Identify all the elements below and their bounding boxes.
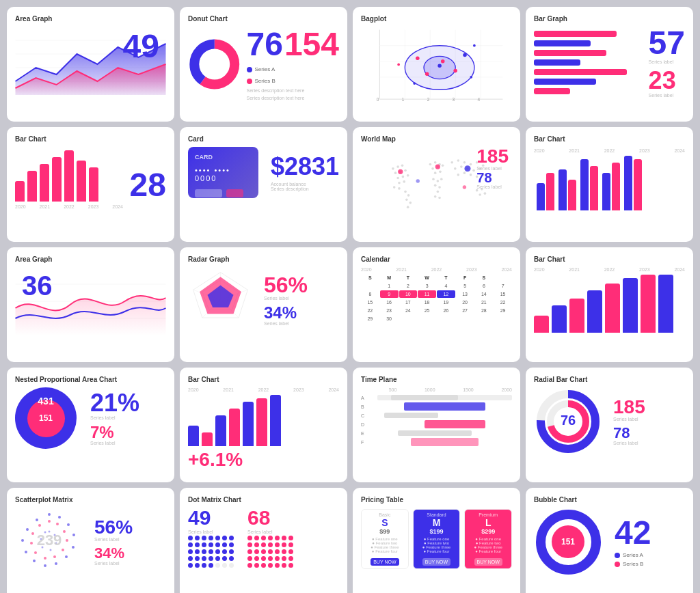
svg-point-111 [58, 516, 61, 519]
svg-point-52 [434, 161, 437, 164]
svg-point-119 [25, 551, 27, 553]
area-graph-value: 49 [123, 30, 159, 63]
svg-point-112 [67, 523, 70, 526]
svg-point-39 [396, 177, 399, 180]
svg-point-79 [463, 171, 466, 174]
card-world-map: World Map [353, 127, 520, 242]
dot-matrix-val2: 68 [247, 508, 293, 528]
card-scatter: Scatterplot Matrix [7, 488, 174, 593]
svg-point-73 [454, 167, 457, 170]
svg-point-57 [434, 171, 437, 174]
dashboard-grid: Area Graph [7, 7, 693, 593]
card-time-plane: Time Plane 500100015002000 A B [353, 368, 520, 482]
svg-point-116 [55, 562, 57, 565]
pricing-col-l: Premium L $299 ● Feature one● Feature tw… [464, 509, 512, 569]
svg-point-26 [473, 44, 476, 47]
radial-val2: 185 [613, 398, 645, 417]
pricing-btn-m[interactable]: BUY NOW [422, 558, 450, 566]
dot-group-pink [247, 536, 293, 568]
svg-text:3: 3 [453, 97, 455, 102]
nested-val4: 7% [90, 424, 139, 441]
card-title: World Map [361, 135, 512, 143]
svg-point-45 [398, 187, 401, 190]
svg-point-64 [437, 191, 440, 193]
svg-point-40 [402, 176, 405, 178]
credit-card: CARD •••• •••• 0000 [188, 147, 258, 198]
svg-point-87 [398, 169, 403, 174]
world-val2: 78 [476, 170, 492, 185]
card-title: Bubble Chart [534, 496, 685, 504]
svg-point-22 [463, 53, 467, 57]
svg-point-41 [407, 174, 409, 177]
svg-point-85 [479, 193, 481, 196]
pricing-btn-s[interactable]: BUY NOW [371, 558, 399, 566]
dot-group-purple [188, 536, 234, 568]
bubble-value: 42 [615, 516, 651, 549]
svg-text:0: 0 [377, 97, 379, 102]
svg-point-44 [393, 186, 396, 189]
nested-val3: 21% [90, 391, 139, 415]
card-bar-chart-4: Bar Chart 20202021202220232024 +6.1% [180, 368, 347, 482]
svg-point-49 [409, 202, 412, 204]
world-val1: 185 [476, 146, 509, 167]
svg-point-89 [464, 165, 470, 171]
svg-point-133 [38, 524, 41, 527]
svg-text:2: 2 [427, 97, 430, 102]
svg-point-62 [434, 184, 437, 187]
svg-point-36 [394, 171, 397, 174]
bar-chart-4-value: +6.1% [188, 449, 243, 470]
svg-point-25 [397, 64, 400, 66]
svg-point-121 [26, 528, 29, 531]
card-radar: Radar Graph 56% Series label 34% [180, 247, 347, 362]
svg-point-126 [66, 539, 68, 542]
svg-point-69 [463, 161, 466, 164]
svg-point-66 [438, 197, 441, 199]
bar-chart-1-value: 28 [130, 169, 166, 202]
area-graph-2-value: 36 [22, 271, 53, 301]
svg-text:1: 1 [402, 97, 405, 102]
card-title: Bar Chart [15, 135, 166, 143]
card-title: Pricing Table [361, 496, 512, 504]
card-title: Bar Chart [534, 256, 685, 263]
nested-val2: 151 [39, 413, 53, 423]
bar-graph-val1: 57 [649, 27, 685, 59]
scatter-val2: 34% [94, 546, 133, 561]
card-nested: Nested Proportional Area Chart 431 151 2… [7, 368, 174, 482]
card-title: Bagplot [361, 15, 512, 23]
svg-point-24 [470, 76, 472, 79]
donut-val1: 76 [247, 28, 283, 61]
svg-point-35 [401, 164, 404, 167]
svg-point-67 [450, 161, 453, 164]
card-title: Area Graph [15, 15, 166, 23]
timeplane: A B C [361, 395, 512, 446]
svg-point-114 [72, 546, 75, 549]
card-calendar: Calendar 20202021202220232024 S M T W T … [353, 247, 520, 362]
calendar-grid: S M T W T F S 1 2 3 4 5 6 7 8 9 10 11 12… [361, 274, 512, 322]
svg-point-91 [416, 179, 420, 182]
svg-point-70 [470, 163, 472, 166]
svg-point-68 [457, 159, 460, 162]
pricing-col-m: Standard M $199 ● Feature one● Feature t… [413, 509, 461, 569]
svg-point-131 [30, 542, 33, 544]
pricing-btn-l[interactable]: BUY NOW [474, 558, 502, 566]
card-bubble: Bubble Chart 151 42 Series A Series B [526, 488, 693, 593]
card-credit: Card CARD •••• •••• 0000 $2831 Account b… [180, 127, 347, 242]
card-title: Radial Bar Chart [534, 376, 685, 383]
svg-point-74 [460, 165, 463, 168]
svg-point-21 [453, 69, 457, 73]
svg-text:76: 76 [561, 413, 576, 428]
svg-point-50 [407, 206, 409, 208]
svg-point-124 [56, 523, 59, 525]
svg-point-42 [398, 182, 401, 184]
pricing-col-s: Basic S $99 ● Feature one● Feature two● … [361, 509, 409, 569]
svg-point-27 [438, 64, 442, 68]
dot-matrix-val1: 49 [188, 508, 234, 528]
svg-text:4: 4 [478, 97, 481, 102]
svg-point-78 [457, 174, 460, 176]
card-value: $2831 [271, 154, 339, 179]
svg-point-132 [31, 532, 34, 535]
card-pricing: Pricing Table Basic S $99 ● Feature one●… [353, 488, 520, 593]
svg-point-120 [21, 539, 24, 542]
svg-point-115 [65, 555, 68, 558]
card-dot-matrix: Dot Matrix Chart 49 Series label 68 Seri… [180, 488, 347, 593]
